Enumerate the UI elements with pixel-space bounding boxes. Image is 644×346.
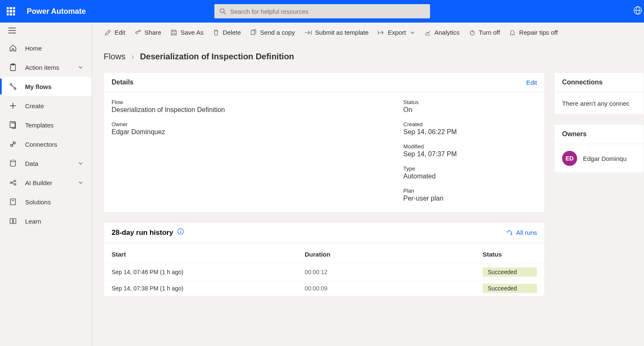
- delete-button[interactable]: Delete: [211, 27, 242, 38]
- cell-start: Sep 14, 07:46 PM (1 h ago): [112, 269, 305, 275]
- brand-title: Power Automate: [27, 7, 86, 16]
- run-history-card: 28-day run history All runs Start Durati…: [104, 222, 545, 297]
- svg-point-30: [181, 230, 181, 231]
- modified-value: Sep 14, 07:37 PM: [403, 150, 537, 158]
- export-button[interactable]: Export: [376, 27, 417, 38]
- search-icon: [219, 8, 226, 15]
- sidebar-item-templates[interactable]: Templates: [0, 115, 92, 135]
- col-duration[interactable]: Duration: [305, 251, 483, 258]
- svg-rect-8: [10, 64, 15, 71]
- share-button[interactable]: Share: [133, 27, 163, 38]
- svg-rect-25: [251, 31, 255, 35]
- info-icon[interactable]: [177, 228, 184, 237]
- submit-template-button[interactable]: Submit as template: [303, 27, 370, 38]
- share-icon: [135, 29, 141, 36]
- breadcrumb-root[interactable]: Flows: [104, 52, 125, 61]
- cell-duration: 00:00:09: [305, 285, 483, 292]
- power-icon: [469, 29, 476, 36]
- table-row[interactable]: Sep 14, 07:46 PM (1 h ago) 00:00:12 Succ…: [104, 264, 545, 280]
- book-icon: [8, 218, 18, 224]
- sidebar-item-solutions[interactable]: Solutions: [0, 192, 92, 211]
- submit-icon: [304, 30, 312, 36]
- save-as-button[interactable]: Save As: [169, 27, 205, 38]
- sidebar-item-connectors[interactable]: Connectors: [0, 135, 92, 154]
- turn-off-button[interactable]: Turn off: [467, 27, 502, 38]
- sidebar-item-my-flows[interactable]: My flows: [0, 77, 92, 96]
- bell-icon: [509, 29, 516, 36]
- sidebar-item-label: Home: [25, 45, 42, 52]
- breadcrumb: Flows › Deserialization of Inspection De…: [92, 43, 644, 65]
- type-value: Automated: [403, 173, 537, 180]
- svg-rect-21: [10, 199, 15, 205]
- sidebar-item-learn[interactable]: Learn: [0, 211, 92, 231]
- plan-label: Plan: [403, 188, 537, 194]
- created-value: Sep 14, 06:22 PM: [403, 128, 537, 136]
- col-start[interactable]: Start: [112, 251, 305, 258]
- sidebar-item-label: Solutions: [25, 198, 51, 206]
- svg-rect-14: [10, 122, 15, 127]
- repair-tips-button[interactable]: Repair tips off: [507, 27, 559, 38]
- owner-value: Edgar Dominquez: [112, 128, 387, 136]
- cell-duration: 00:00:12: [305, 269, 483, 275]
- clipboard-icon: [8, 64, 18, 71]
- analytics-button[interactable]: Analytics: [423, 27, 461, 38]
- chevron-right-icon: ›: [131, 52, 134, 61]
- home-icon: [8, 44, 18, 52]
- sidebar-item-label: AI Builder: [25, 179, 52, 186]
- data-icon: [8, 160, 18, 167]
- sidebar-item-home[interactable]: Home: [0, 38, 92, 58]
- sidebar-item-label: Data: [25, 160, 38, 167]
- chevron-down-icon: [410, 30, 415, 35]
- details-edit-link[interactable]: Edit: [526, 79, 537, 86]
- status-label: Status: [403, 99, 537, 105]
- flow-label: Flow: [112, 99, 387, 105]
- save-icon: [171, 29, 177, 36]
- edit-button[interactable]: Edit: [103, 27, 127, 38]
- svg-line-20: [12, 183, 14, 184]
- search-input[interactable]: [230, 8, 425, 15]
- owner-row[interactable]: ED Edgar Dominqu: [555, 144, 644, 173]
- col-status[interactable]: Status: [483, 251, 537, 258]
- analytics-icon: [424, 29, 431, 36]
- sidebar-item-action-items[interactable]: Action items: [0, 58, 92, 77]
- owner-name: Edgar Dominqu: [583, 155, 626, 162]
- search-box[interactable]: [214, 4, 430, 18]
- sidebar-item-label: Connectors: [25, 141, 57, 148]
- plus-icon: [8, 102, 18, 109]
- environment-icon[interactable]: [633, 6, 642, 17]
- trash-icon: [213, 29, 219, 36]
- avatar: ED: [562, 151, 577, 166]
- sidebar: Home Action items My flows Create Templa…: [0, 23, 92, 346]
- owners-title: Owners: [562, 130, 587, 138]
- status-badge: Succeeded: [483, 284, 537, 293]
- send-copy-button[interactable]: Send a copy: [248, 27, 296, 38]
- hamburger-button[interactable]: [0, 23, 92, 38]
- breadcrumb-current: Deserialization of Inspection Definition: [140, 52, 294, 61]
- connectors-icon: [8, 140, 18, 148]
- sidebar-item-ai-builder[interactable]: AI Builder: [0, 173, 92, 192]
- details-card: Details Edit Flow Deserialization of Ins…: [104, 72, 545, 213]
- ai-icon: [8, 179, 18, 186]
- type-label: Type: [403, 165, 537, 172]
- svg-point-10: [10, 84, 12, 85]
- sidebar-item-label: My flows: [25, 83, 51, 90]
- pencil-icon: [104, 29, 111, 36]
- connections-card: Connections There aren't any connec: [554, 72, 644, 115]
- sidebar-item-data[interactable]: Data: [0, 154, 92, 173]
- status-badge: Succeeded: [483, 267, 537, 277]
- sidebar-item-label: Create: [25, 102, 44, 109]
- copy-icon: [250, 29, 257, 36]
- svg-point-23: [135, 31, 137, 33]
- table-row[interactable]: Sep 14, 07:38 PM (1 h ago) 00:00:09 Succ…: [104, 280, 545, 296]
- templates-icon: [8, 121, 18, 129]
- svg-point-11: [14, 88, 16, 89]
- svg-point-16: [10, 182, 12, 183]
- sidebar-item-create[interactable]: Create: [0, 96, 92, 115]
- status-value: On: [403, 106, 537, 114]
- sidebar-item-label: Templates: [25, 122, 53, 129]
- all-runs-link[interactable]: All runs: [506, 229, 537, 236]
- export-icon: [378, 30, 384, 36]
- connections-title: Connections: [562, 79, 603, 86]
- app-launcher-icon[interactable]: [7, 7, 15, 15]
- svg-line-19: [12, 181, 14, 183]
